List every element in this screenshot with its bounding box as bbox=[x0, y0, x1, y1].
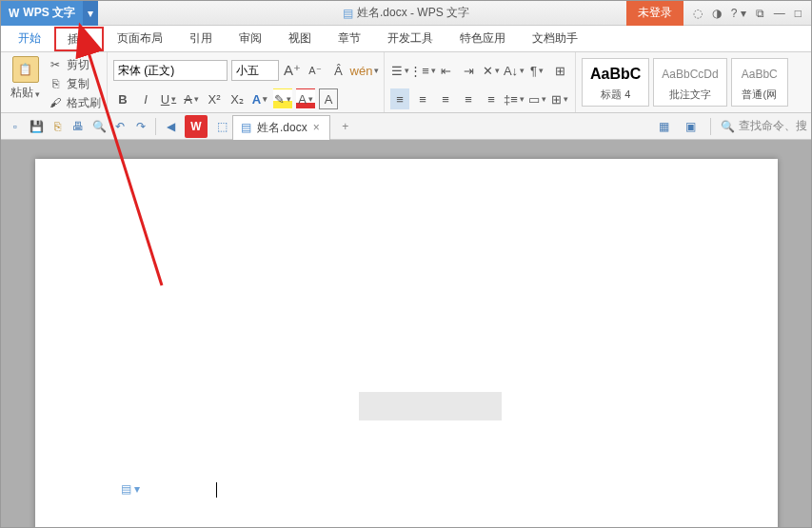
align-center-button[interactable]: ≡ bbox=[413, 88, 432, 109]
ribbon: 📋 粘贴 ✂剪切 ⎘复制 🖌格式刷 A⁺ A⁻ А̂ wén B I U A X… bbox=[1, 52, 811, 113]
show-marks-button[interactable]: ¶ bbox=[527, 60, 546, 81]
font-size-select[interactable] bbox=[231, 60, 279, 81]
title-bar: W WPS 文字 ▾ ▤ 姓名.docx - WPS 文字 未登录 ◌ ◑ ? … bbox=[1, 1, 811, 26]
title-sep: - bbox=[407, 7, 418, 20]
open-button[interactable]: ⎘ bbox=[48, 117, 67, 136]
paste-icon: 📋 bbox=[12, 56, 39, 83]
app-badge[interactable]: W WPS 文字 bbox=[1, 1, 83, 26]
phonetic-guide-button[interactable]: wén bbox=[351, 60, 378, 81]
help-dropdown-icon[interactable]: ? ▾ bbox=[731, 7, 746, 20]
decrease-font-button[interactable]: A⁻ bbox=[306, 60, 325, 81]
copy-button[interactable]: ⎘复制 bbox=[48, 75, 101, 92]
login-button[interactable]: 未登录 bbox=[626, 1, 683, 26]
tab-start[interactable]: 开始 bbox=[5, 26, 54, 52]
docer-button[interactable]: ⬚ bbox=[212, 117, 231, 136]
line-spacing-button[interactable]: ‡≡ bbox=[505, 88, 524, 109]
document-icon: ▤ bbox=[241, 121, 251, 134]
superscript-button[interactable]: X² bbox=[205, 88, 224, 109]
style-normal[interactable]: AaBbC 普通(网 bbox=[731, 58, 788, 107]
increase-indent-button[interactable]: ⇥ bbox=[459, 60, 478, 81]
distribute-button[interactable]: ≡ bbox=[482, 88, 501, 109]
paste-button[interactable]: 📋 粘贴 bbox=[7, 56, 44, 101]
tab-chapter[interactable]: 章节 bbox=[325, 26, 374, 52]
document-icon: ▤ bbox=[343, 7, 353, 20]
shading-button[interactable]: ▭ bbox=[527, 88, 546, 109]
tab-doc-helper[interactable]: 文档助手 bbox=[519, 26, 591, 52]
reading-mode-icon[interactable]: ▣ bbox=[681, 117, 700, 136]
close-tab-button[interactable]: × bbox=[313, 121, 320, 134]
strikethrough-button[interactable]: A bbox=[182, 88, 201, 109]
tab-insert[interactable]: 插入 bbox=[54, 27, 104, 51]
pin-icon[interactable]: ⧉ bbox=[756, 7, 764, 20]
highlight-button[interactable]: ✎ bbox=[273, 88, 292, 109]
text-effects-button[interactable]: A bbox=[250, 88, 269, 109]
style-comment[interactable]: AaBbCcDd 批注文字 bbox=[653, 58, 726, 107]
document-tab-label: 姓名.docx bbox=[257, 120, 307, 136]
skin-icon[interactable]: ◑ bbox=[712, 7, 722, 20]
style-heading4[interactable]: AaBbC 标题 4 bbox=[582, 58, 649, 107]
search-placeholder: 查找命令、搜 bbox=[739, 118, 807, 134]
tab-view[interactable]: 视图 bbox=[275, 26, 325, 52]
format-marks-button[interactable]: ⊞ bbox=[550, 60, 569, 81]
align-justify-button[interactable]: ≡ bbox=[459, 88, 478, 109]
tab-references[interactable]: 引用 bbox=[176, 26, 226, 52]
toolbox-icon[interactable]: ▦ bbox=[654, 117, 673, 136]
title-suffix: WPS 文字 bbox=[417, 5, 469, 21]
new-tab-button[interactable]: + bbox=[334, 115, 357, 138]
tab-page-layout[interactable]: 页面布局 bbox=[104, 26, 176, 52]
watermark-placeholder bbox=[359, 392, 502, 420]
save-button[interactable]: 💾 bbox=[27, 117, 46, 136]
search-icon: 🔍 bbox=[721, 120, 735, 133]
text-direction-button[interactable]: ✕ bbox=[482, 60, 501, 81]
sync-icon[interactable]: ◌ bbox=[693, 7, 703, 20]
new-button[interactable]: ▫ bbox=[6, 117, 25, 136]
document-area: ▤ ▾ bbox=[1, 140, 811, 528]
tab-special[interactable]: 特色应用 bbox=[446, 26, 519, 52]
quick-access-bar: ▫ 💾 ⎘ 🖶 🔍 ↶ ↷ ◀ W ⬚ ▤ 姓名.docx × + ▦ ▣ 🔍 … bbox=[1, 113, 811, 140]
page[interactable]: ▤ ▾ bbox=[35, 159, 778, 528]
align-left-button[interactable]: ≡ bbox=[390, 88, 409, 109]
search-command[interactable]: 🔍 查找命令、搜 bbox=[721, 118, 807, 134]
scissors-icon: ✂ bbox=[48, 58, 63, 71]
format-painter-button[interactable]: 🖌格式刷 bbox=[48, 94, 101, 111]
borders-button[interactable]: ⊞ bbox=[550, 88, 569, 109]
decrease-indent-button[interactable]: ⇤ bbox=[436, 60, 455, 81]
change-case-button[interactable]: А̂ bbox=[328, 60, 347, 81]
text-cursor bbox=[216, 482, 217, 498]
tab-review[interactable]: 审阅 bbox=[226, 26, 275, 52]
copy-icon: ⎘ bbox=[48, 77, 63, 90]
italic-button[interactable]: I bbox=[136, 88, 155, 109]
app-name: WPS 文字 bbox=[23, 5, 75, 21]
subscript-button[interactable]: X₂ bbox=[228, 88, 247, 109]
bold-button[interactable]: B bbox=[113, 88, 132, 109]
app-menu-dropdown[interactable]: ▾ bbox=[83, 1, 98, 26]
font-color-button[interactable]: A bbox=[296, 88, 315, 109]
increase-font-button[interactable]: A⁺ bbox=[283, 60, 302, 81]
undo-button[interactable]: ↶ bbox=[110, 117, 129, 136]
paragraph-group: ☰ ⋮≡ ⇤ ⇥ ✕ A↓ ¶ ⊞ ≡ ≡ ≡ ≡ ≡ ‡≡ ▭ ⊞ bbox=[385, 52, 576, 112]
document-tab[interactable]: ▤ 姓名.docx × bbox=[232, 115, 330, 140]
font-group: A⁺ A⁻ А̂ wén B I U A X² X₂ A ✎ A A bbox=[108, 52, 385, 112]
wps-home-button[interactable]: W bbox=[185, 115, 208, 138]
print-button[interactable]: 🖶 bbox=[69, 117, 88, 136]
ribbon-tabs: 开始 插入 页面布局 引用 审阅 视图 章节 开发工具 特色应用 文档助手 bbox=[1, 26, 811, 52]
maximize-button[interactable]: □ bbox=[795, 7, 802, 20]
bullets-button[interactable]: ☰ bbox=[390, 60, 409, 81]
font-name-select[interactable] bbox=[113, 60, 228, 81]
styles-group: AaBbC 标题 4 AaBbCcDd 批注文字 AaBbC 普通(网 bbox=[576, 52, 794, 112]
align-right-button[interactable]: ≡ bbox=[436, 88, 455, 109]
sort-button[interactable]: A↓ bbox=[505, 60, 524, 81]
page-options-icon[interactable]: ▤ ▾ bbox=[121, 482, 140, 496]
clipboard-group: 📋 粘贴 ✂剪切 ⎘复制 🖌格式刷 bbox=[1, 52, 108, 112]
doc-title: 姓名.docx bbox=[357, 5, 407, 21]
tab-developer[interactable]: 开发工具 bbox=[374, 26, 446, 52]
char-border-button[interactable]: A bbox=[319, 88, 338, 109]
nav-back-button[interactable]: ◀ bbox=[161, 117, 180, 136]
minimize-button[interactable]: — bbox=[774, 7, 785, 20]
window-title: ▤ 姓名.docx - WPS 文字 bbox=[343, 5, 469, 21]
print-preview-button[interactable]: 🔍 bbox=[89, 117, 109, 136]
numbering-button[interactable]: ⋮≡ bbox=[413, 60, 432, 81]
cut-button[interactable]: ✂剪切 bbox=[48, 56, 101, 73]
redo-button[interactable]: ↷ bbox=[131, 117, 150, 136]
underline-button[interactable]: U bbox=[159, 88, 178, 109]
